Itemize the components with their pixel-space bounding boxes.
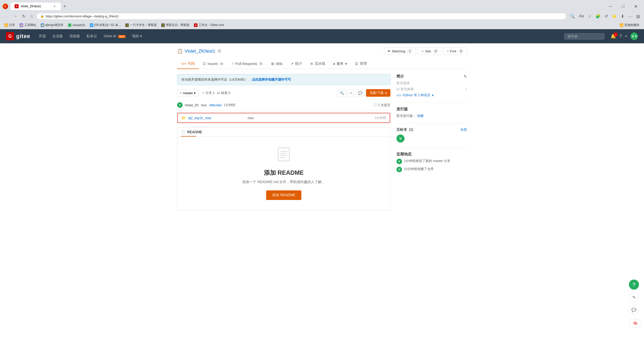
notice-link[interactable]: 点此选择并创建开源许可可 [252,78,291,81]
nav-enterprise[interactable]: 企业版 [50,32,65,40]
favorites-button[interactable]: ☆ [586,13,593,20]
bookmark-django[interactable]: 📁 django项目班 [39,22,65,28]
floating-edit-button[interactable]: ✎ [629,292,639,302]
floating-help-button[interactable]: ? [629,280,639,290]
tab-stats-label: 统计 [295,61,302,66]
add-file-button[interactable]: + [348,89,354,96]
clone-label: 克隆/下载 [370,91,384,95]
minimize-button[interactable]: ─ [605,2,616,10]
sidebar-language[interactable]: </> Python 等 2 种语言 ▾ [396,93,467,97]
floating-chat-button[interactable]: 💬 [629,305,639,315]
main-content: 📋 Violet_ZK/test1 ⚙ 👁 Watching 1 ☆ Star … [0,43,644,340]
commit-hash[interactable]: d9bc9a0 [209,103,222,107]
sidebar-contributors-section: 贡献者 (1) 全部 V [396,123,467,143]
maximize-button[interactable]: □ [617,2,629,10]
active-browser-tab[interactable]: G Violet_ZK/test1 × [11,3,61,10]
header-icons: 🔔 1 ? + V ▾ [611,32,638,40]
bookmark-messages-icon: ✉ [90,23,93,27]
search-icon-button[interactable]: 🔍 [568,13,576,20]
clone-download-button[interactable]: 克隆/下载 ▾ [366,89,390,97]
more-button[interactable]: ⋯ [627,13,634,20]
refresh-button2[interactable]: ↺ [603,13,609,20]
repo-header: 📋 Violet_ZK/test1 ⚙ 👁 Watching 1 ☆ Star … [177,47,467,55]
nav-university[interactable]: 高校版 [67,32,83,40]
tab-close-button[interactable]: × [52,4,57,9]
activity-item-2: V 21分钟前创建了仓库 [396,167,467,172]
star-button[interactable]: ☆ Star 0 [418,47,442,55]
sidebar-no-tag: 🏷 暂无标签 + [396,87,467,91]
bookmark-blog2[interactable]: 🌿 博客后台 - 博客园 [159,22,192,28]
sidebar-release-section: 发行版 暂无发行版， 创建 [396,103,467,118]
nav-gitee-ai[interactable]: Gitee AI NEW [101,32,128,40]
bookmark-others-icon: 📁 [620,23,623,27]
nav-my[interactable]: 我的 ▾ [130,32,144,40]
branch-info: ⑂ 分支 1 🏷 标签 0 [203,91,230,95]
commit-author[interactable]: Violet_ZK [185,103,199,107]
read-aloud-button[interactable]: Aa [577,13,585,19]
tab-stats[interactable]: ↗ 统计 [287,59,306,69]
tab-manage[interactable]: ☰ 管理 [351,59,371,69]
tab-issues[interactable]: ☑ Issues 0 [199,59,228,69]
close-button[interactable]: ✕ [630,2,641,10]
comment-button[interactable]: 💬 [356,89,365,96]
file-name[interactable]: dj2_day32_rbac [188,116,244,120]
bookmark-django-icon: 📁 [41,23,44,27]
create-release-link[interactable]: 创建 [417,114,424,118]
bookmark-tools[interactable]: 📁 工具网站 [18,22,38,28]
contributor-avatar[interactable]: V [396,134,405,143]
home-button[interactable]: ⌂ [29,13,34,19]
add-readme-button[interactable]: 添加 README [266,190,301,200]
forward-button[interactable]: → [12,13,19,19]
plus-icon[interactable]: + [625,34,627,39]
bookmark-daily[interactable]: 📁 日常 [3,22,17,28]
download-button[interactable]: ⬇ [619,13,626,20]
tab-wiki[interactable]: ⊞ Wiki [267,59,286,69]
new-tab-button[interactable]: + [61,3,68,10]
nav-opensource[interactable]: 开源 [36,32,48,40]
ai-assistant-button[interactable]: 🧠 [629,319,641,327]
bookmark-tools-icon: 📁 [20,23,23,27]
branch-select[interactable]: ⑂ master ▾ [177,90,198,96]
refresh-button[interactable]: ↻ [21,13,27,20]
bookmark-alchat[interactable]: A AlchatOS [66,22,87,28]
browser-toolbar: ← → ↻ ⌂ 🔒 https://gitee.com/tencent-vill… [0,11,644,22]
tab-prs[interactable]: ⑂ Pull Requests 0 [228,59,267,69]
sidebar-edit-icon[interactable]: ✎ [464,74,467,79]
address-bar[interactable]: 🔒 https://gitee.com/tencent-village---be… [36,13,567,20]
extensions-button[interactable]: 🧩 [594,13,602,20]
gitee-logo-icon: G [6,32,14,40]
back-button[interactable]: ← [3,13,10,19]
search-input[interactable] [564,33,605,40]
fork-button[interactable]: ⑂ Fork 0 [444,47,467,55]
window-controls: ─ □ ✕ [605,2,641,10]
user-avatar[interactable]: V ▾ [630,32,638,40]
readme-doc-icon: 📄 [181,130,185,134]
bookmark-messages-label: (59 封私信 / 81 条... [94,23,121,27]
sidebar-toggle-button[interactable]: ▤ [635,13,641,20]
contributors-all-link[interactable]: 全部 [460,127,467,132]
tab-pipeline[interactable]: ≋ 流水线 [306,59,329,69]
bookmark-gitee[interactable]: G 工作台 - Gitee.com [192,22,226,28]
commit-info: V Violet_ZK rbac d9bc9a0 1分钟前 📄 1 次提交 [177,100,390,111]
browser-chrome: ● G Violet_ZK/test1 × + ─ □ ✕ ← → ↻ ⌂ 🔒 … [0,0,644,29]
repo-settings-icon[interactable]: ⚙ [217,48,221,54]
help-icon[interactable]: ? [619,34,622,39]
nav-private-cloud[interactable]: 私有云 [84,32,100,40]
watch-button[interactable]: 👁 Watching 1 [384,47,416,55]
notification-badge: 1 [614,32,618,37]
search-files-button[interactable]: 🔍 [337,89,346,96]
activity-text-2: 21分钟前创建了仓库 [404,167,434,171]
stats-icon: ↗ [291,62,294,66]
tab-code[interactable]: </> 代码 [177,59,199,69]
gitee-logo[interactable]: G gitee [6,32,30,40]
sidebar-add-tag-button[interactable]: + [465,87,467,91]
address-text: https://gitee.com/tencent-village---beij… [46,14,119,18]
bookmark-messages[interactable]: ✉ (59 封私信 / 81 条... [88,22,123,28]
notification-bell[interactable]: 🔔 1 [611,33,616,39]
sidebar-release-header: 发行版 [396,107,467,112]
bookmark-blog1[interactable]: 🌿 一只大学生 - 博客园 [123,22,159,28]
favorites-star-button[interactable]: ⭐ [610,13,618,20]
bookmark-others[interactable]: 📁 其他收藏夹 [618,22,641,28]
repo-path-link[interactable]: Violet_ZK/test1 [185,49,215,54]
tab-services[interactable]: ♦ 服务 ▾ [329,59,351,69]
